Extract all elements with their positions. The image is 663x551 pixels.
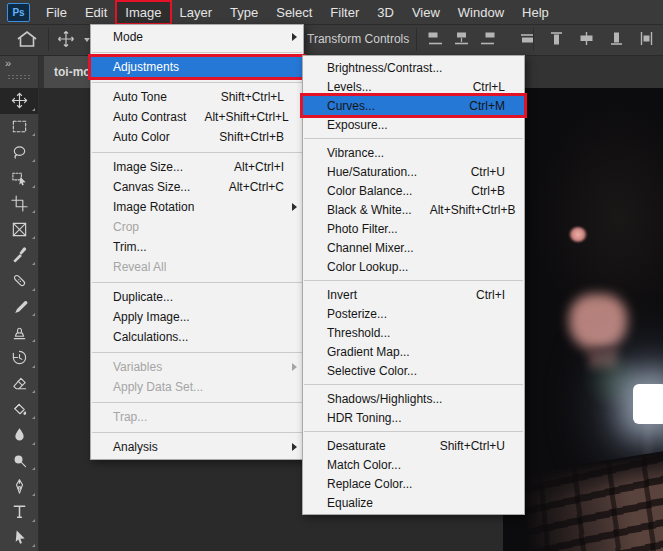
photo-document: [503, 88, 663, 551]
rectangular-marquee-tool[interactable]: [0, 114, 38, 140]
menu-item-levels[interactable]: Levels... Ctrl+L: [303, 77, 524, 96]
align-left-edges-icon[interactable]: [427, 30, 444, 47]
eraser-tool[interactable]: [0, 371, 38, 397]
brush-tool[interactable]: [0, 294, 38, 320]
menu-item-trap[interactable]: Trap...: [91, 407, 303, 427]
menu-item-auto-color[interactable]: Auto Color Shift+Ctrl+B: [91, 127, 303, 147]
collapse-panel-icon[interactable]: »: [0, 55, 38, 71]
menu-item-auto-tone[interactable]: Auto Tone Shift+Ctrl+L: [91, 87, 303, 107]
move-tool-option-icon[interactable]: [57, 30, 81, 48]
image-menu-dropdown: Mode Adjustments Auto Tone Shift+Ctrl+L …: [90, 24, 304, 460]
menu-item-photo-filter[interactable]: Photo Filter...: [303, 219, 524, 238]
menu-item-crop[interactable]: Crop: [91, 217, 303, 237]
submenu-arrow-icon: [288, 292, 298, 302]
menu-item-invert[interactable]: Invert Ctrl+I: [303, 285, 524, 304]
distribute-horizontal-centers-icon[interactable]: [578, 30, 595, 47]
menu-item-auto-contrast[interactable]: Auto Contrast Alt+Shift+Ctrl+L: [91, 107, 303, 127]
menu-item-threshold[interactable]: Threshold...: [303, 323, 524, 342]
crop-tool[interactable]: [0, 191, 38, 217]
menu-item-canvas-size[interactable]: Canvas Size... Alt+Ctrl+C: [91, 177, 303, 197]
menu-item-apply-data-set[interactable]: Apply Data Set...: [91, 377, 303, 397]
menu-item-trim[interactable]: Trim...: [91, 237, 303, 257]
path-selection-tool[interactable]: [0, 525, 38, 551]
menubar-item-file[interactable]: File: [37, 1, 76, 24]
menu-item-calculations[interactable]: Calculations...: [91, 327, 303, 347]
menu-item-exposure[interactable]: Exposure...: [303, 115, 524, 134]
menu-item-color-balance[interactable]: Color Balance... Ctrl+B: [303, 181, 524, 200]
paint-bucket-tool[interactable]: [0, 396, 38, 422]
submenu-arrow-icon: [509, 120, 519, 130]
menubar-item-type[interactable]: Type: [221, 1, 267, 24]
menu-item-brightness-contrast[interactable]: Brightness/Contrast...: [303, 58, 524, 77]
menu-item-adjustments[interactable]: Adjustments: [91, 57, 303, 77]
menu-item-curves[interactable]: Curves... Ctrl+M: [303, 96, 524, 115]
panel-grip-handle[interactable]: [7, 74, 31, 79]
menu-item-gradient-map[interactable]: Gradient Map...: [303, 342, 524, 361]
menu-item-channel-mixer[interactable]: Channel Mixer...: [303, 238, 524, 257]
pink-lantern-light: [569, 294, 627, 350]
menu-item-black-white[interactable]: Black & White... Alt+Shift+Ctrl+B: [303, 200, 524, 219]
menubar-item-help[interactable]: Help: [513, 1, 558, 24]
submenu-arrow-icon: [288, 202, 298, 212]
menu-item-image-rotation[interactable]: Image Rotation: [91, 197, 303, 217]
menubar-item-view[interactable]: View: [403, 1, 449, 24]
healing-brush-tool[interactable]: [0, 268, 38, 294]
submenu-arrow-icon: [509, 186, 519, 196]
menu-item-desaturate[interactable]: Desaturate Shift+Ctrl+U: [303, 436, 524, 455]
blur-tool[interactable]: [0, 422, 38, 448]
menu-separator: [304, 138, 523, 139]
align-right-edges-icon[interactable]: [479, 30, 496, 47]
menu-item-posterize[interactable]: Posterize...: [303, 304, 524, 323]
pen-tool[interactable]: [0, 473, 38, 499]
menu-item-shadows-highlights[interactable]: Shadows/Highlights...: [303, 389, 524, 408]
type-tool[interactable]: [0, 499, 38, 525]
align-icons-group: [427, 30, 545, 47]
submenu-arrow-icon: [509, 309, 519, 319]
photoshop-window: toi-mo.j »: [0, 0, 663, 551]
align-horizontal-centers-icon[interactable]: [453, 30, 470, 47]
menu-item-equalize[interactable]: Equalize: [303, 493, 524, 512]
lasso-tool[interactable]: [0, 139, 38, 165]
menubar-item-window[interactable]: Window: [449, 1, 513, 24]
dodge-tool[interactable]: [0, 448, 38, 474]
menu-item-color-lookup[interactable]: Color Lookup...: [303, 257, 524, 276]
submenu-arrow-icon: [288, 382, 298, 392]
menu-item-replace-color[interactable]: Replace Color...: [303, 474, 524, 493]
submenu-arrow-icon: [509, 82, 519, 92]
menu-separator: [92, 282, 302, 283]
frame-tool[interactable]: [0, 216, 38, 242]
menu-item-duplicate[interactable]: Duplicate...: [91, 287, 303, 307]
submenu-arrow-icon: [509, 224, 519, 234]
home-icon[interactable]: [15, 29, 39, 49]
menu-item-reveal-all[interactable]: Reveal All: [91, 257, 303, 277]
menu-item-mode[interactable]: Mode: [91, 27, 303, 47]
clone-stamp-tool[interactable]: [0, 319, 38, 345]
menu-item-image-size[interactable]: Image Size... Alt+Ctrl+I: [91, 157, 303, 177]
menu-item-vibrance[interactable]: Vibrance...: [303, 143, 524, 162]
menubar-item-3d[interactable]: 3D: [368, 1, 403, 24]
menubar-item-filter[interactable]: Filter: [321, 1, 368, 24]
submenu-arrow-icon: [288, 92, 298, 102]
align-bottom-icon[interactable]: [608, 30, 625, 47]
history-brush-tool[interactable]: [0, 345, 38, 371]
submenu-arrow-icon: [288, 222, 298, 232]
align-top-edges-icon[interactable]: [548, 30, 565, 47]
menu-item-selective-color[interactable]: Selective Color...: [303, 361, 524, 380]
move-tool[interactable]: [0, 88, 38, 114]
menu-item-hdr-toning[interactable]: HDR Toning...: [303, 408, 524, 427]
menu-item-match-color[interactable]: Match Color...: [303, 455, 524, 474]
options-divider: [48, 28, 49, 51]
menubar-item-edit[interactable]: Edit: [76, 1, 116, 24]
menu-item-hue-saturation[interactable]: Hue/Saturation... Ctrl+U: [303, 162, 524, 181]
eyedropper-tool[interactable]: [0, 242, 38, 268]
menubar-item-select[interactable]: Select: [267, 1, 321, 24]
object-selection-tool[interactable]: [0, 165, 38, 191]
menu-item-variables[interactable]: Variables: [91, 357, 303, 377]
menubar-item-image[interactable]: Image: [116, 1, 170, 24]
distribute-vertical-icon[interactable]: [638, 30, 655, 47]
photoshop-logo: Ps: [7, 3, 30, 22]
menu-item-analysis[interactable]: Analysis: [91, 437, 303, 457]
submenu-arrow-icon: [509, 441, 519, 451]
menu-item-apply-image[interactable]: Apply Image...: [91, 307, 303, 327]
menubar-item-layer[interactable]: Layer: [171, 1, 222, 24]
